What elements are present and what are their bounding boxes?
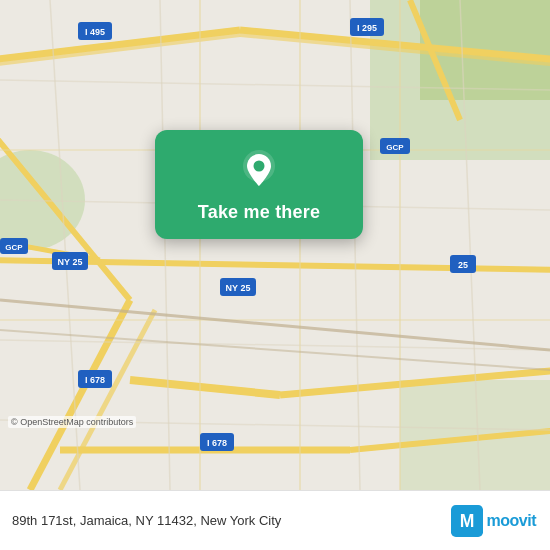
svg-text:I 495: I 495	[85, 27, 105, 37]
moovit-logo: M moovit	[451, 505, 536, 537]
svg-text:GCP: GCP	[386, 143, 404, 152]
moovit-text: moovit	[487, 512, 536, 530]
map-container: I 495 I 295 NY 25 NY 25 25 GCP GCP I 678…	[0, 0, 550, 490]
svg-text:25: 25	[458, 260, 468, 270]
svg-text:I 678: I 678	[85, 375, 105, 385]
svg-text:M: M	[459, 511, 474, 531]
svg-text:GCP: GCP	[5, 243, 23, 252]
moovit-icon: M	[451, 505, 483, 537]
copyright-text: © OpenStreetMap contributors	[8, 416, 136, 428]
pin-icon	[237, 148, 281, 192]
bottom-bar: 89th 171st, Jamaica, NY 11432, New York …	[0, 490, 550, 550]
svg-text:NY 25: NY 25	[226, 283, 251, 293]
svg-text:I 678: I 678	[207, 438, 227, 448]
location-card: Take me there	[155, 130, 363, 239]
svg-text:NY 25: NY 25	[58, 257, 83, 267]
svg-point-53	[254, 161, 265, 172]
svg-text:I 295: I 295	[357, 23, 377, 33]
take-me-there-button[interactable]: Take me there	[198, 202, 320, 223]
address-text: 89th 171st, Jamaica, NY 11432, New York …	[12, 513, 281, 528]
